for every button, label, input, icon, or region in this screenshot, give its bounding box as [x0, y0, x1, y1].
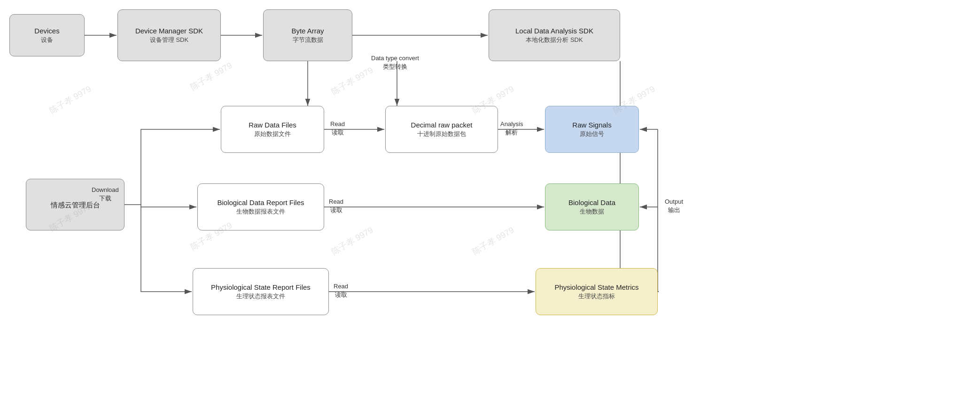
watermark-9: 陈子孝 9979 — [470, 224, 516, 257]
byte-array-en: Byte Array — [291, 26, 324, 36]
raw-data-files-en: Raw Data Files — [249, 120, 296, 130]
raw-signals-node: Raw Signals 原始信号 — [545, 106, 639, 153]
output-label: Output 输出 — [665, 198, 683, 214]
device-manager-en: Device Manager SDK — [135, 26, 203, 36]
physio-metrics-zh: 生理状态指标 — [578, 292, 615, 301]
physio-report-files-node: Physiological State Report Files 生理状态报表文… — [193, 268, 329, 315]
device-manager-zh: 设备管理 SDK — [150, 36, 188, 44]
raw-signals-en: Raw Signals — [572, 120, 611, 130]
decimal-raw-node: Decimal raw packet 十进制原始数据包 — [385, 106, 498, 153]
physio-report-en: Physiological State Report Files — [211, 282, 311, 292]
local-data-sdk-en: Local Data Analysis SDK — [515, 26, 593, 36]
data-type-convert-label: Data type convert 类型转换 — [371, 54, 419, 71]
devices-label-en: Devices — [34, 26, 59, 36]
analysis-label: Analysis 解析 — [500, 120, 523, 137]
bio-report-files-node: Biological Data Report Files 生物数据报表文件 — [197, 183, 324, 230]
watermark-8: 陈子孝 9979 — [329, 224, 375, 257]
raw-signals-zh: 原始信号 — [580, 130, 604, 138]
biological-data-zh: 生物数据 — [580, 207, 604, 216]
watermark-1: 陈子孝 9979 — [47, 83, 93, 116]
physio-report-zh: 生理状态报表文件 — [236, 292, 285, 301]
biological-data-node: Biological Data 生物数据 — [545, 183, 639, 230]
devices-label-zh: 设备 — [41, 36, 53, 44]
decimal-raw-zh: 十进制原始数据包 — [417, 130, 466, 138]
byte-array-zh: 字节流数据 — [293, 36, 323, 44]
read1-label: Read 读取 — [330, 120, 345, 137]
bio-report-zh: 生物数据报表文件 — [236, 207, 285, 216]
physio-metrics-node: Physiological State Metrics 生理状态指标 — [536, 268, 658, 315]
read2-label: Read 读取 — [329, 198, 343, 214]
devices-node: Devices 设备 — [9, 14, 85, 56]
raw-data-files-zh: 原始数据文件 — [254, 130, 291, 138]
byte-array-node: Byte Array 字节流数据 — [263, 9, 352, 61]
read3-label: Read 读取 — [334, 282, 348, 299]
physio-metrics-en: Physiological State Metrics — [554, 282, 638, 292]
device-manager-node: Device Manager SDK 设备管理 SDK — [117, 9, 221, 61]
diagram: Devices 设备 Device Manager SDK 设备管理 SDK B… — [0, 0, 980, 397]
bio-report-en: Biological Data Report Files — [217, 198, 304, 207]
download-label: Download 下载 — [92, 186, 119, 203]
watermark-3: 陈子孝 9979 — [329, 64, 375, 97]
local-data-sdk-node: Local Data Analysis SDK 本地化数据分析 SDK — [489, 9, 620, 61]
raw-data-files-node: Raw Data Files 原始数据文件 — [221, 106, 324, 153]
biological-data-en: Biological Data — [568, 198, 615, 207]
decimal-raw-en: Decimal raw packet — [411, 120, 473, 130]
watermark-2: 陈子孝 9979 — [188, 60, 234, 93]
local-data-sdk-zh: 本地化数据分析 SDK — [526, 36, 583, 44]
